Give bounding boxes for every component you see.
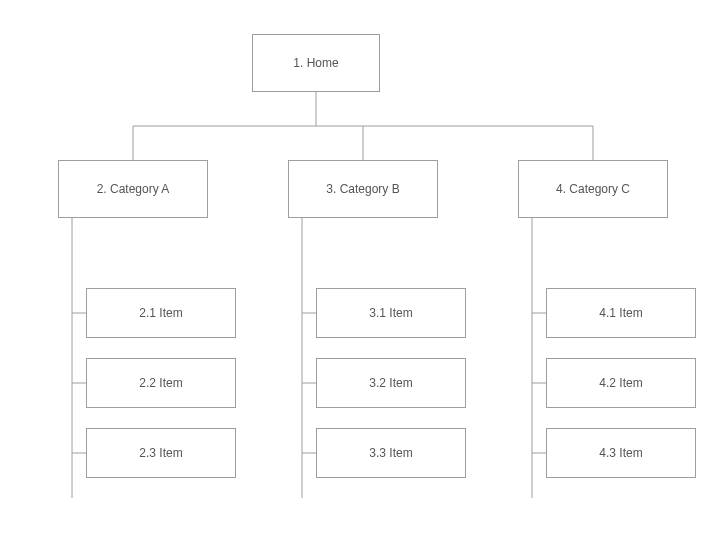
node-label: 4. Category C (556, 182, 630, 196)
node-label: 3.1 Item (369, 306, 412, 320)
node-label: 2.2 Item (139, 376, 182, 390)
node-item: 3.1 Item (316, 288, 466, 338)
node-item: 4.1 Item (546, 288, 696, 338)
node-item: 3.2 Item (316, 358, 466, 408)
node-category-b: 3. Category B (288, 160, 438, 218)
node-label: 4.2 Item (599, 376, 642, 390)
node-label: 3.3 Item (369, 446, 412, 460)
node-item: 4.3 Item (546, 428, 696, 478)
node-item: 3.3 Item (316, 428, 466, 478)
node-category-c: 4. Category C (518, 160, 668, 218)
node-item: 2.3 Item (86, 428, 236, 478)
node-label: 4.3 Item (599, 446, 642, 460)
node-category-a: 2. Category A (58, 160, 208, 218)
node-label: 4.1 Item (599, 306, 642, 320)
node-item: 2.1 Item (86, 288, 236, 338)
node-item: 4.2 Item (546, 358, 696, 408)
node-label: 3. Category B (326, 182, 399, 196)
node-label: 3.2 Item (369, 376, 412, 390)
node-label: 1. Home (293, 56, 338, 70)
node-label: 2.1 Item (139, 306, 182, 320)
node-label: 2.3 Item (139, 446, 182, 460)
node-item: 2.2 Item (86, 358, 236, 408)
node-home: 1. Home (252, 34, 380, 92)
node-label: 2. Category A (97, 182, 170, 196)
